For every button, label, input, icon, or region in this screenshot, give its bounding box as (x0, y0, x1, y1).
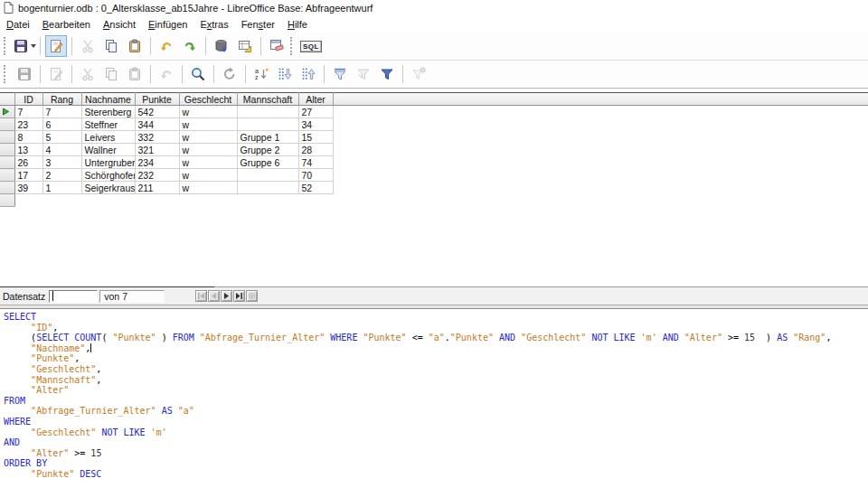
table-cell[interactable]: Gruppe 2 (237, 144, 298, 156)
refresh-button[interactable] (219, 63, 241, 85)
row-header[interactable] (0, 106, 14, 118)
sql-view-button[interactable]: SQL (300, 35, 322, 57)
table-cell[interactable]: 4 (42, 144, 81, 156)
column-header-punkte[interactable]: Punkte (135, 93, 179, 106)
table-cell[interactable]: w (179, 131, 237, 144)
previous-record-button[interactable] (208, 290, 220, 302)
row-header[interactable] (0, 169, 14, 182)
reset-filter-button[interactable] (408, 63, 429, 85)
row-header[interactable] (0, 156, 14, 169)
table-cell[interactable]: 211 (135, 182, 179, 194)
table-cell[interactable]: 39 (14, 182, 42, 194)
row-header[interactable] (0, 118, 14, 131)
table-cell[interactable]: 1 (42, 182, 81, 194)
undo-data-button[interactable] (156, 63, 177, 85)
row-header[interactable] (0, 144, 14, 156)
paste-button[interactable] (124, 35, 146, 57)
copy-data-button[interactable] (100, 63, 122, 85)
result-table[interactable]: IDRangNachnamePunkteGeschlechtMannschaft… (0, 92, 868, 207)
menu-bearbeiten[interactable]: Bearbeiten (36, 17, 97, 32)
table-cell[interactable] (237, 106, 298, 118)
table-cell[interactable]: 17 (14, 169, 42, 182)
toolbar-grip-handle[interactable] (290, 37, 295, 55)
table-cell[interactable]: w (179, 106, 237, 118)
sort-ascending-button[interactable] (297, 63, 319, 85)
sort-button[interactable]: az (250, 63, 272, 85)
column-header-id[interactable]: ID (14, 93, 42, 106)
table-cell[interactable]: 321 (135, 144, 179, 156)
table-cell[interactable]: Leivers (81, 131, 135, 144)
row-header[interactable] (0, 194, 14, 207)
record-number-input[interactable] (49, 290, 98, 303)
cut-data-button[interactable] (77, 63, 99, 85)
table-cell[interactable] (237, 182, 298, 194)
table-cell[interactable]: 13 (14, 144, 42, 156)
menu-einfgen[interactable]: Einfügen (142, 17, 193, 32)
table-cell[interactable]: 70 (298, 169, 333, 182)
table-cell[interactable]: 234 (135, 156, 179, 169)
save-button[interactable] (14, 35, 35, 57)
table-cell[interactable]: 5 (42, 131, 81, 144)
copy-button[interactable] (100, 35, 122, 57)
column-header-alter[interactable]: Alter (298, 93, 333, 106)
design-view-button[interactable] (234, 35, 256, 57)
table-cell[interactable]: 23 (14, 118, 42, 131)
edit-mode-button[interactable] (45, 35, 67, 57)
table-cell[interactable]: Sterenberg (81, 106, 135, 118)
toolbar-grip-handle[interactable] (4, 65, 8, 83)
clear-query-button[interactable] (266, 35, 288, 57)
table-cell[interactable]: Seigerkraus (81, 182, 135, 194)
menu-extras[interactable]: Extras (193, 17, 234, 32)
new-record-button[interactable] (246, 290, 258, 302)
query-result-grid[interactable]: IDRangNachnamePunkteGeschlechtMannschaft… (0, 89, 868, 286)
table-cell[interactable]: 74 (298, 156, 333, 169)
table-cell[interactable]: 52 (298, 182, 333, 194)
first-record-button[interactable] (195, 290, 207, 302)
table-cell[interactable]: w (179, 169, 237, 182)
find-record-button[interactable] (187, 63, 209, 85)
autofilter-button[interactable] (329, 63, 351, 85)
standard-filter-button[interactable] (376, 63, 398, 85)
last-record-button[interactable] (233, 290, 245, 302)
table-cell[interactable]: w (179, 156, 237, 169)
table-cell[interactable]: Steffner (81, 118, 135, 131)
table-cell[interactable]: 6 (42, 118, 81, 131)
column-header-geschlecht[interactable]: Geschlecht (179, 93, 237, 106)
table-cell[interactable]: 8 (14, 131, 42, 144)
save-record-button[interactable] (14, 63, 35, 85)
toolbar-grip-handle[interactable] (4, 37, 8, 55)
table-cell[interactable]: 27 (298, 106, 333, 118)
table-cell[interactable]: Wallner (81, 144, 135, 156)
edit-data-button[interactable] (45, 63, 67, 85)
table-cell[interactable]: 542 (135, 106, 179, 118)
column-header-rang[interactable]: Rang (42, 93, 81, 106)
table-cell[interactable]: 344 (135, 118, 179, 131)
table-cell[interactable] (237, 118, 298, 131)
table-cell[interactable]: w (179, 118, 237, 131)
table-cell[interactable]: 34 (298, 118, 333, 131)
menu-hilfe[interactable]: Hilfe (281, 17, 314, 32)
next-record-button[interactable] (221, 290, 232, 302)
table-cell[interactable]: 7 (42, 106, 81, 118)
table-cell[interactable]: 28 (298, 144, 333, 156)
table-cell[interactable]: Gruppe 6 (237, 156, 298, 169)
table-cell[interactable]: 232 (135, 169, 179, 182)
menu-ansicht[interactable]: Ansicht (97, 17, 142, 32)
dropdown-arrow-icon[interactable] (31, 44, 36, 48)
table-cell[interactable]: Untergruber (81, 156, 135, 169)
redo-button[interactable] (179, 35, 201, 57)
table-cell[interactable]: 2 (42, 169, 81, 182)
menu-fenster[interactable]: Fenster (235, 17, 281, 32)
table-cell[interactable]: Gruppe 1 (237, 131, 298, 144)
table-cell[interactable]: w (179, 144, 237, 156)
table-cell[interactable]: w (179, 182, 237, 194)
table-cell[interactable]: 7 (14, 106, 42, 118)
run-query-button[interactable] (211, 35, 232, 57)
table-cell[interactable]: 3 (42, 156, 81, 169)
table-cell[interactable] (237, 169, 298, 182)
sort-descending-button[interactable] (274, 63, 296, 85)
row-header[interactable] (0, 131, 14, 144)
column-header-nachname[interactable]: Nachname (81, 93, 135, 106)
undo-button[interactable] (156, 35, 177, 57)
column-header-mannschaft[interactable]: Mannschaft (237, 93, 298, 106)
